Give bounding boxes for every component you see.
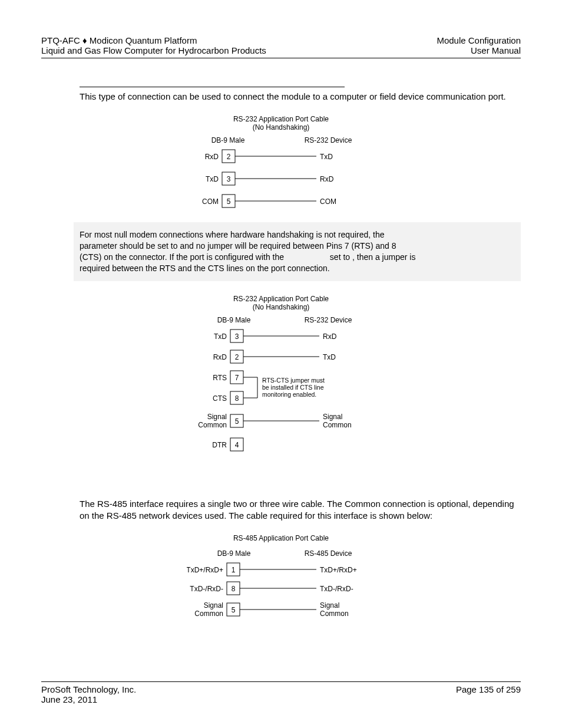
svg-text:RS-232 Device: RS-232 Device <box>305 136 352 144</box>
svg-text:8: 8 <box>235 394 239 403</box>
svg-text:RTS: RTS <box>213 374 227 382</box>
svg-text:RxD: RxD <box>205 153 219 161</box>
svg-text:be installed if CTS line: be installed if CTS line <box>262 384 324 391</box>
svg-text:RxD: RxD <box>320 175 334 183</box>
svg-text:TxD-/RxD-: TxD-/RxD- <box>320 585 353 593</box>
svg-text:4: 4 <box>235 441 239 449</box>
svg-text:TxD+/RxD+: TxD+/RxD+ <box>187 566 223 574</box>
svg-text:Signal: Signal <box>323 413 342 421</box>
svg-text:5: 5 <box>227 197 231 206</box>
svg-text:RS-232 Application Port Cable: RS-232 Application Port Cable <box>233 295 329 303</box>
section1-paragraph: This type of connection can be used to c… <box>80 91 521 103</box>
footer-page: Page 135 of 259 <box>456 684 521 704</box>
svg-text:3: 3 <box>235 332 239 341</box>
svg-text:5: 5 <box>232 606 236 614</box>
diagram-rs232-simple: RS-232 Application Port Cable (No Handsh… <box>41 113 521 210</box>
svg-text:RS-232 Device: RS-232 Device <box>305 316 352 324</box>
svg-text:TxD: TxD <box>214 332 227 341</box>
svg-text:DB-9 Male: DB-9 Male <box>211 136 245 144</box>
svg-text:CTS: CTS <box>213 394 227 403</box>
svg-text:2: 2 <box>227 153 231 161</box>
svg-text:8: 8 <box>232 585 236 593</box>
note-box: For most null modem connections where ha… <box>74 222 521 281</box>
svg-text:Common: Common <box>323 421 352 429</box>
svg-text:1: 1 <box>232 566 236 574</box>
svg-text:5: 5 <box>235 417 239 426</box>
svg-text:(No Handshaking): (No Handshaking) <box>253 303 310 311</box>
svg-text:DB-9 Male: DB-9 Male <box>217 316 251 324</box>
svg-text:COM: COM <box>320 197 336 206</box>
svg-text:RxD: RxD <box>323 332 337 341</box>
page-header: PTQ-AFC ♦ Modicon Quantum Platform Liqui… <box>41 35 521 58</box>
svg-text:RS-485 Device: RS-485 Device <box>305 549 352 558</box>
svg-text:Common: Common <box>320 610 349 618</box>
svg-text:Common: Common <box>194 610 223 618</box>
page-footer: ProSoft Technology, Inc. June 23, 2011 P… <box>41 681 521 704</box>
svg-text:TxD: TxD <box>320 153 333 161</box>
footer-date: June 23, 2011 <box>41 694 136 704</box>
svg-text:Signal: Signal <box>204 601 223 610</box>
svg-text:COM: COM <box>202 197 219 206</box>
svg-text:RxD: RxD <box>213 353 227 361</box>
svg-text:3: 3 <box>227 175 231 183</box>
svg-text:7: 7 <box>235 374 239 382</box>
svg-text:Common: Common <box>198 421 227 429</box>
header-right-line2: User Manual <box>437 45 521 55</box>
svg-text:TxD: TxD <box>323 353 336 361</box>
header-left-line2: Liquid and Gas Flow Computer for Hydroca… <box>41 45 266 55</box>
svg-text:2: 2 <box>235 353 239 361</box>
svg-text:RS-232 Application Port Cable: RS-232 Application Port Cable <box>233 115 329 123</box>
svg-text:TxD: TxD <box>206 175 219 183</box>
svg-text:RTS-CTS jumper must: RTS-CTS jumper must <box>262 377 325 384</box>
svg-text:DB-9 Male: DB-9 Male <box>217 549 251 558</box>
svg-text:Signal: Signal <box>207 413 227 421</box>
header-right-line1: Module Configuration <box>437 35 521 45</box>
header-left-line1: PTQ-AFC ♦ Modicon Quantum Platform <box>41 35 266 45</box>
diagram-rs232-handshake: RS-232 Application Port Cable (No Handsh… <box>41 293 521 470</box>
svg-text:monitoring enabled.: monitoring enabled. <box>262 391 316 398</box>
svg-text:Signal: Signal <box>320 601 339 610</box>
svg-text:TxD-/RxD-: TxD-/RxD- <box>190 585 223 593</box>
diagram-rs485: RS-485 Application Port Cable DB-9 Male … <box>41 532 521 633</box>
section-heading-underline <box>80 76 345 87</box>
section3-paragraph: The RS-485 interface requires a single t… <box>80 498 521 522</box>
footer-company: ProSoft Technology, Inc. <box>41 684 136 694</box>
svg-text:DTR: DTR <box>212 441 227 449</box>
svg-text:TxD+/RxD+: TxD+/RxD+ <box>320 566 357 574</box>
svg-text:(No Handshaking): (No Handshaking) <box>253 123 310 131</box>
svg-text:RS-485 Application Port Cable: RS-485 Application Port Cable <box>233 534 329 542</box>
